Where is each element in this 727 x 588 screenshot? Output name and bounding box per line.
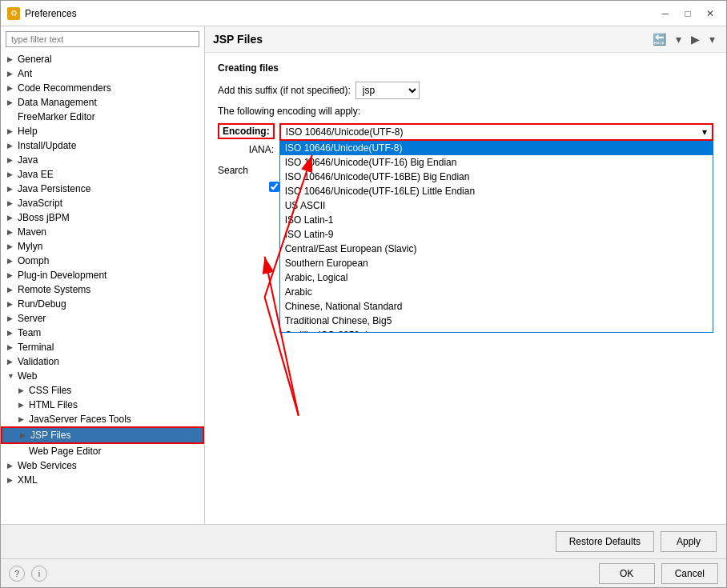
css-files-arrow-icon: ▶ xyxy=(18,386,26,394)
sidebar-item-mylyn[interactable]: ▶Mylyn xyxy=(1,239,204,254)
encoding-option-3[interactable]: ISO 10646/Unicode(UTF-16LE) Little Endia… xyxy=(280,184,713,198)
encoding-option-6[interactable]: ISO Latin-9 xyxy=(280,227,713,242)
javascript-arrow-icon: ▶ xyxy=(7,199,15,207)
footer-bar: ? i OK Cancel xyxy=(1,558,726,587)
nav-dropdown-button[interactable]: ▾ xyxy=(673,31,685,47)
ok-button[interactable]: OK xyxy=(599,563,655,584)
sidebar-item-web[interactable]: ▼Web xyxy=(1,369,204,383)
oomph-arrow-icon: ▶ xyxy=(7,257,15,265)
sidebar-item-jsp-files[interactable]: ▶JSP Files xyxy=(1,426,204,444)
sidebar-item-jboss-jbpm[interactable]: ▶JBoss jBPM xyxy=(1,210,204,225)
window-title: Preferences xyxy=(25,8,77,19)
sidebar-item-freemarker[interactable]: FreeMarker Editor xyxy=(1,110,204,124)
javascript-label: JavaScript xyxy=(18,198,62,209)
html-files-arrow-icon: ▶ xyxy=(18,401,26,409)
web-arrow-icon: ▼ xyxy=(7,372,15,380)
run-debug-arrow-icon: ▶ xyxy=(7,300,15,308)
sidebar-item-code-recommenders[interactable]: ▶Code Recommenders xyxy=(1,81,204,95)
install-update-label: Install/Update xyxy=(18,140,76,151)
xml-label: XML xyxy=(18,474,38,486)
maximize-button[interactable]: □ xyxy=(678,6,697,22)
encoding-dropdown-header[interactable]: ISO 10646/Unicode(UTF-8) ▾ xyxy=(279,123,713,141)
sidebar-item-team[interactable]: ▶Team xyxy=(1,326,204,340)
back-nav-button[interactable]: 🔙 xyxy=(649,31,669,47)
encoding-option-13[interactable]: Cyrillic, ISO-8859-4 xyxy=(280,328,713,333)
sidebar-item-css-files[interactable]: ▶CSS Files xyxy=(1,383,204,398)
java-label: Java xyxy=(18,154,38,166)
apply-button[interactable]: Apply xyxy=(661,531,717,552)
sidebar-item-run-debug[interactable]: ▶Run/Debug xyxy=(1,297,204,311)
sidebar-item-ant[interactable]: ▶Ant xyxy=(1,66,204,81)
encoding-option-4[interactable]: US ASCII xyxy=(280,198,713,213)
sidebar-item-oomph[interactable]: ▶Oomph xyxy=(1,254,204,268)
run-debug-label: Run/Debug xyxy=(18,298,66,310)
forward-nav-button[interactable]: ▶ xyxy=(688,31,703,47)
java-ee-label: Java EE xyxy=(18,169,54,180)
java-ee-arrow-icon: ▶ xyxy=(7,170,15,178)
encoding-option-11[interactable]: Chinese, National Standard xyxy=(280,299,713,314)
data-management-arrow-icon: ▶ xyxy=(7,98,15,106)
css-files-label: CSS Files xyxy=(29,385,71,396)
cancel-button[interactable]: Cancel xyxy=(661,563,718,584)
code-recommenders-label: Code Recommenders xyxy=(18,82,111,94)
dropdown-arrow-icon: ▾ xyxy=(702,126,707,138)
encoding-option-5[interactable]: ISO Latin-1 xyxy=(280,213,713,227)
sidebar-item-xml[interactable]: ▶XML xyxy=(1,473,204,487)
validation-label: Validation xyxy=(18,356,59,367)
code-recommenders-arrow-icon: ▶ xyxy=(7,84,15,92)
team-label: Team xyxy=(18,327,41,338)
panel-nav: 🔙 ▾ ▶ ▾ xyxy=(649,31,718,47)
encoding-option-12[interactable]: Traditional Chinese, Big5 xyxy=(280,314,713,328)
encoding-option-8[interactable]: Southern European xyxy=(280,256,713,270)
sidebar-item-terminal[interactable]: ▶Terminal xyxy=(1,340,204,354)
encoding-option-7[interactable]: Central/East European (Slavic) xyxy=(280,242,713,256)
title-bar: ⚙ Preferences ─ □ ✕ xyxy=(1,1,726,26)
sidebar-item-general[interactable]: ▶General xyxy=(1,52,204,66)
search-label: Search xyxy=(218,165,266,176)
mylyn-arrow-icon: ▶ xyxy=(7,242,15,250)
sidebar-item-remote-systems[interactable]: ▶Remote Systems xyxy=(1,282,204,297)
help-icon[interactable]: ? xyxy=(9,566,25,582)
panel-header: JSP Files 🔙 ▾ ▶ ▾ xyxy=(205,26,726,53)
html-files-label: HTML Files xyxy=(29,399,78,410)
general-arrow-icon: ▶ xyxy=(7,55,15,63)
sidebar-item-java-ee[interactable]: ▶Java EE xyxy=(1,167,204,182)
encoding-description: The following encoding will apply: xyxy=(218,106,713,117)
sidebar-item-validation[interactable]: ▶Validation xyxy=(1,354,204,369)
sidebar-item-data-management[interactable]: ▶Data Management xyxy=(1,95,204,110)
encoding-option-10[interactable]: Arabic xyxy=(280,285,713,299)
encoding-option-1[interactable]: ISO 10646/Unicode(UTF-16) Big Endian xyxy=(280,155,713,170)
nav-dropdown2-button[interactable]: ▾ xyxy=(706,31,718,47)
sidebar-item-install-update[interactable]: ▶Install/Update xyxy=(1,138,204,153)
encoding-row: Encoding: ISO 10646/Unicode(UTF-8) ▾ ISO… xyxy=(218,123,713,141)
sidebar-item-web-page-editor[interactable]: Web Page Editor xyxy=(1,444,204,458)
server-arrow-icon: ▶ xyxy=(7,314,15,322)
filter-input[interactable] xyxy=(6,31,199,47)
suffix-select[interactable]: jsp xyxy=(355,82,420,99)
sidebar-item-help[interactable]: ▶Help xyxy=(1,124,204,138)
sidebar-item-plugin-dev[interactable]: ▶Plug-in Development xyxy=(1,268,204,282)
encoding-option-2[interactable]: ISO 10646/Unicode(UTF-16BE) Big Endian xyxy=(280,170,713,184)
encoding-option-0[interactable]: ISO 10646/Unicode(UTF-8) xyxy=(280,141,713,155)
info-icon[interactable]: i xyxy=(31,566,47,582)
sidebar-item-javascript[interactable]: ▶JavaScript xyxy=(1,196,204,210)
freemarker-label: FreeMarker Editor xyxy=(18,111,95,122)
sidebar-item-server[interactable]: ▶Server xyxy=(1,311,204,326)
sidebar-item-web-services[interactable]: ▶Web Services xyxy=(1,458,204,473)
close-button[interactable]: ✕ xyxy=(701,6,720,22)
sidebar-item-jsf-tools[interactable]: ▶JavaServer Faces Tools xyxy=(1,412,204,426)
encoding-option-9[interactable]: Arabic, Logical xyxy=(280,270,713,285)
minimize-button[interactable]: ─ xyxy=(656,6,675,22)
encoding-dropdown-list[interactable]: ISO 10646/Unicode(UTF-8)ISO 10646/Unicod… xyxy=(279,141,713,333)
suffix-row: Add this suffix (if not specified): jsp xyxy=(218,82,713,99)
ant-label: Ant xyxy=(18,68,32,79)
sidebar-item-java-persistence[interactable]: ▶Java Persistence xyxy=(1,182,204,196)
sidebar-item-maven[interactable]: ▶Maven xyxy=(1,225,204,239)
sidebar-item-html-files[interactable]: ▶HTML Files xyxy=(1,398,204,412)
include-checkbox[interactable] xyxy=(269,182,279,192)
window-controls: ─ □ ✕ xyxy=(656,6,720,22)
restore-defaults-button[interactable]: Restore Defaults xyxy=(556,531,654,552)
validation-arrow-icon: ▶ xyxy=(7,358,15,366)
jboss-jbpm-arrow-icon: ▶ xyxy=(7,214,15,222)
sidebar-item-java[interactable]: ▶Java xyxy=(1,153,204,167)
